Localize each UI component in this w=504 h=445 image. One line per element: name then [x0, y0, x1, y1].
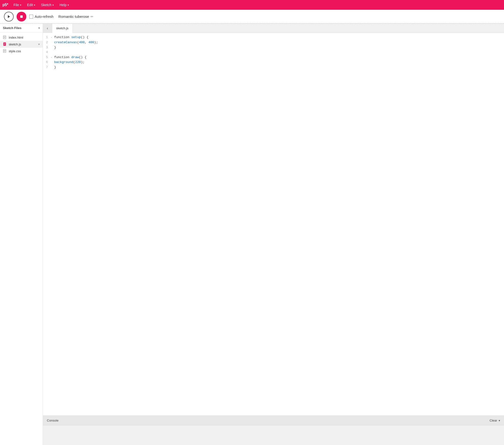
menu-file[interactable]: File ▾ [11, 2, 24, 8]
tabs-bar: ‹ sketch.js [43, 24, 504, 33]
file-menu-chevron: ▾ [20, 4, 21, 6]
line-num-4: 4 [43, 50, 51, 55]
file-item-sketch[interactable]: sketch.js ▾ [0, 41, 43, 48]
line-num-5: 5 [43, 55, 51, 60]
toolbar: Auto-refresh Romantic tuberose ✏ [0, 10, 504, 23]
sidebar-header: Sketch Files ▾ [0, 24, 43, 33]
file-icon-sketch [3, 42, 7, 46]
edit-sketch-name-icon[interactable]: ✏ [90, 15, 93, 19]
p5-logo: p5* [2, 3, 8, 7]
console-clear-area: Clear ▾ [490, 419, 500, 422]
stop-button[interactable] [17, 12, 26, 21]
console-header: Console Clear ▾ [43, 416, 504, 426]
file-icon-style [3, 49, 7, 53]
file-item-index[interactable]: index.html [0, 34, 43, 41]
auto-refresh-label: Auto-refresh [35, 15, 54, 19]
code-line-5: 5 ▾ function draw() { [43, 55, 504, 60]
line-num-7: 7 [43, 65, 51, 70]
console-area: Console Clear ▾ [43, 415, 504, 445]
line-num-6: 6 [43, 60, 51, 65]
tab-back-button[interactable]: ‹ [43, 24, 52, 33]
play-button[interactable] [4, 12, 14, 21]
code-editor[interactable]: 1 ▾ function setup() { 2 createCanvas(40… [43, 33, 504, 415]
code-line-1: 1 ▾ function setup() { [43, 35, 504, 40]
console-title: Console [47, 419, 59, 422]
fold-icon-1[interactable]: ▾ [51, 36, 54, 39]
sidebar-title: Sketch Files [3, 26, 21, 30]
console-chevron-icon[interactable]: ▾ [499, 419, 500, 422]
code-line-3: 3 } [43, 45, 504, 50]
file-list: index.html sketch.js ▾ [0, 33, 43, 56]
file-name-sketch: sketch.js [9, 42, 21, 46]
code-line-4: 4 [43, 50, 504, 55]
line-num-3: 3 [43, 45, 51, 50]
sketch-name-container: Romantic tuberose ✏ [58, 14, 93, 19]
fold-icon-5[interactable]: ▾ [51, 56, 54, 59]
line-num-2: 2 [43, 40, 51, 45]
sidebar: Sketch Files ▾ index.html [0, 24, 43, 445]
file-item-style[interactable]: style.css [0, 48, 43, 55]
menu-edit[interactable]: Edit ▾ [25, 2, 37, 8]
tab-label: sketch.js [56, 26, 69, 30]
help-menu-chevron: ▾ [68, 4, 69, 6]
auto-refresh-checkbox[interactable] [29, 15, 33, 19]
sidebar-chevron-icon[interactable]: ▾ [38, 26, 40, 30]
console-clear-button[interactable]: Clear [490, 419, 497, 422]
file-icon-index [3, 35, 7, 39]
console-body [43, 426, 504, 445]
menu-sketch[interactable]: Sketch ▾ [38, 2, 56, 8]
sketch-menu-chevron: ▾ [53, 4, 54, 6]
file-name-index: index.html [9, 36, 23, 39]
menu-help[interactable]: Help ▾ [57, 2, 71, 8]
tab-sketch-js[interactable]: sketch.js [52, 24, 73, 33]
code-line-7: 7 } [43, 65, 504, 70]
sketch-name-text: Romantic tuberose [58, 14, 89, 19]
edit-menu-chevron: ▾ [34, 4, 35, 6]
sketch-file-chevron-icon[interactable]: ▾ [38, 43, 40, 46]
line-num-1: 1 [43, 35, 51, 40]
editor-area: ‹ sketch.js 1 ▾ function setup() { 2 cre… [43, 24, 504, 445]
svg-marker-0 [8, 15, 10, 18]
main-area: Sketch Files ▾ index.html [0, 23, 504, 445]
svg-rect-1 [20, 15, 23, 18]
code-line-6: 6 background(220); [43, 60, 504, 65]
file-name-style: style.css [9, 49, 21, 53]
code-line-2: 2 createCanvas(400, 400); [43, 40, 504, 45]
menu-bar: p5* File ▾ Edit ▾ Sketch ▾ Help ▾ [0, 0, 504, 10]
auto-refresh-container: Auto-refresh [29, 15, 54, 19]
